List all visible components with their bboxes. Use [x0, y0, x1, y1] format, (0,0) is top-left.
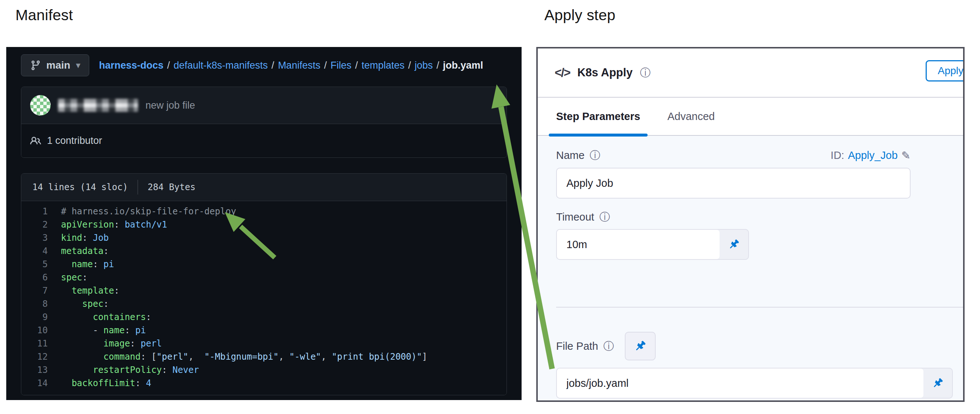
pushpin-icon [634, 339, 647, 353]
code-text: backoffLimit: 4 [61, 377, 151, 390]
runtime-input-pin-button[interactable] [923, 368, 952, 398]
code-text: kind: Job [61, 231, 109, 244]
breadcrumb-link[interactable]: Files [331, 60, 352, 71]
code-line: 8 spec: [21, 297, 506, 311]
line-number[interactable]: 10 [21, 324, 48, 337]
code-line: 3kind: Job [21, 231, 506, 244]
file-size-stat: 284 Bytes [148, 182, 196, 192]
code-text: image: perl [61, 337, 162, 350]
branch-name: main [46, 59, 70, 71]
code-line: 10 - name: pi [21, 324, 506, 337]
redacted-username [58, 99, 138, 112]
code-text: name: pi [61, 258, 114, 271]
apply-step-title: Apply step [544, 6, 615, 24]
line-number[interactable]: 9 [21, 311, 48, 324]
breadcrumb-link[interactable]: templates [361, 60, 404, 71]
line-number[interactable]: 2 [21, 218, 48, 231]
latest-commit-box: new job file 1 contributor [21, 87, 507, 158]
info-icon[interactable]: ⓘ [590, 150, 600, 161]
file-path-input-wrap [556, 368, 953, 398]
code-text: metadata: [61, 244, 109, 258]
file-path-field-label: File Path [556, 340, 598, 352]
code-text: spec: [61, 297, 109, 311]
git-branch-icon [30, 60, 41, 71]
name-input[interactable] [556, 168, 911, 198]
apply-changes-button[interactable]: Apply [926, 60, 963, 81]
breadcrumb-separator: / [324, 60, 327, 71]
file-path-input[interactable] [557, 368, 923, 398]
step-parameters-form: Name ⓘ ID: Apply_Job ✎ Timeout ⓘ [538, 136, 963, 400]
code-text: template: [61, 284, 119, 297]
line-number[interactable]: 11 [21, 337, 48, 350]
breadcrumb-separator: / [436, 60, 439, 71]
code-line: 13 restartPolicy: Never [21, 363, 506, 377]
tab-step-parameters[interactable]: Step Parameters [556, 98, 640, 135]
contributors-count: 1 contributor [47, 135, 102, 146]
code-line: 12 command: ["perl", "-Mbignum=bpi", "-w… [21, 350, 506, 363]
line-number[interactable]: 8 [21, 297, 48, 311]
runtime-input-pin-button[interactable] [719, 230, 748, 259]
step-id-link[interactable]: Apply_Job [848, 149, 897, 162]
timeout-field-label: Timeout [556, 211, 594, 223]
breadcrumb-link[interactable]: harness-docs [99, 60, 164, 71]
breadcrumb-separator: / [408, 60, 411, 71]
step-tabs: Step Parameters Advanced [538, 98, 963, 136]
line-number[interactable]: 1 [21, 205, 48, 218]
info-icon[interactable]: ⓘ [603, 341, 614, 352]
code-text: command: ["perl", "-Mbignum=bpi", "-wle"… [61, 350, 427, 363]
breadcrumb: harness-docs/default-k8s-manifests/Manif… [99, 60, 483, 71]
code-line: 9 containers: [21, 311, 506, 324]
info-icon[interactable]: ⓘ [600, 212, 610, 222]
code-text: # harness.io/skip-file-for-deploy [61, 205, 236, 218]
id-label: ID: [830, 149, 844, 162]
breadcrumb-separator: / [167, 60, 170, 71]
github-file-panel: main ▾ harness-docs/default-k8s-manifest… [6, 47, 522, 400]
line-number[interactable]: 14 [21, 377, 48, 390]
file-lines-stat: 14 lines (14 sloc) [32, 182, 128, 192]
info-icon[interactable]: ⓘ [640, 68, 651, 78]
code-text: - name: pi [61, 324, 146, 337]
code-line: 7 template: [21, 284, 506, 297]
stats-divider [137, 180, 138, 195]
code-line: 1# harness.io/skip-file-for-deploy [21, 205, 506, 218]
timeout-input[interactable] [557, 230, 719, 259]
breadcrumb-current-file: job.yaml [443, 60, 484, 71]
breadcrumb-link[interactable]: jobs [415, 60, 433, 71]
code-line: 5 name: pi [21, 258, 506, 271]
k8s-apply-step-panel: </> K8s Apply ⓘ Apply Step Parameters Ad… [536, 47, 964, 402]
code-text: containers: [61, 311, 151, 324]
code-line: 2apiVersion: batch/v1 [21, 218, 506, 231]
code-text: spec: [61, 271, 88, 284]
manifest-title: Manifest [16, 6, 73, 24]
latest-commit-row: new job file [21, 87, 506, 124]
line-number[interactable]: 12 [21, 350, 48, 363]
line-number[interactable]: 5 [21, 258, 48, 271]
code-step-icon: </> [555, 66, 570, 79]
line-number[interactable]: 3 [21, 231, 48, 244]
contributors-row[interactable]: 1 contributor [21, 124, 506, 157]
edit-pencil-icon[interactable]: ✎ [901, 149, 911, 162]
avatar[interactable] [30, 95, 51, 116]
code-text: apiVersion: batch/v1 [61, 218, 167, 231]
code-text: restartPolicy: Never [61, 363, 199, 377]
step-panel-header: </> K8s Apply ⓘ Apply [538, 48, 963, 98]
branch-selector-button[interactable]: main ▾ [21, 54, 89, 76]
pushpin-icon [728, 238, 740, 251]
line-number[interactable]: 7 [21, 284, 48, 297]
line-number[interactable]: 4 [21, 244, 48, 258]
commit-message[interactable]: new job file [145, 100, 195, 111]
breadcrumb-link[interactable]: Manifests [278, 60, 321, 71]
step-title: K8s Apply [578, 66, 633, 79]
name-field-label: Name [556, 149, 584, 162]
file-path-pin-button[interactable] [625, 332, 655, 360]
code-line: 4metadata: [21, 244, 506, 258]
code-line: 14 backoffLimit: 4 [21, 377, 506, 390]
line-number[interactable]: 6 [21, 271, 48, 284]
step-id-group: ID: Apply_Job ✎ [830, 149, 911, 162]
breadcrumb-link[interactable]: default-k8s-manifests [174, 60, 268, 71]
file-stats-bar: 14 lines (14 sloc) 284 Bytes [21, 174, 506, 201]
line-number[interactable]: 13 [21, 363, 48, 377]
breadcrumb-separator: / [355, 60, 358, 71]
section-divider [556, 307, 963, 308]
tab-advanced[interactable]: Advanced [667, 98, 715, 135]
